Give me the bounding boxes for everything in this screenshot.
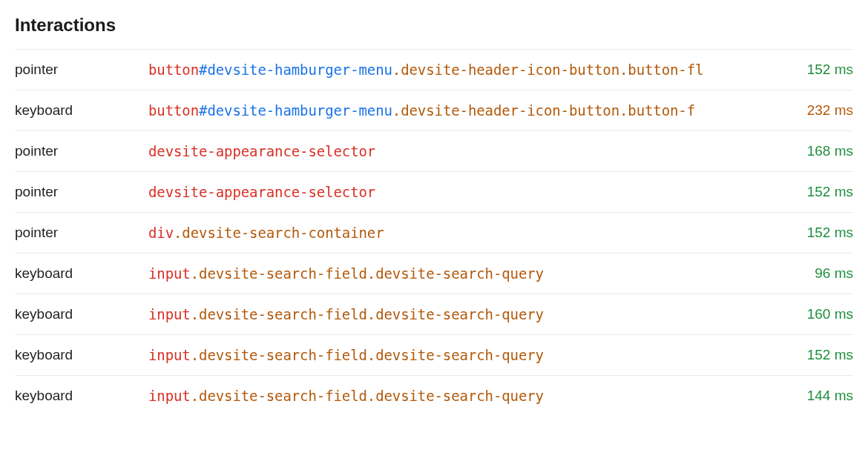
selector-tag: button (148, 102, 199, 119)
duration-unit: ms (835, 347, 853, 362)
selector-class: .devsite-search-field.devsite-search-que… (191, 265, 544, 282)
interaction-selector: input.devsite-search-field.devsite-searc… (148, 253, 749, 294)
selector-id: #devsite-hamburger-menu (199, 102, 392, 119)
interaction-duration: 144 ms (749, 376, 853, 417)
interaction-duration: 152 ms (749, 50, 853, 90)
interaction-duration: 160 ms (749, 294, 853, 335)
selector-tag: button (148, 62, 199, 78)
interaction-selector: button#devsite-hamburger-menu.devsite-he… (148, 90, 749, 131)
interaction-type: keyboard (15, 90, 148, 131)
selector-tag: devsite-appearance-selector (148, 184, 375, 200)
selector-tag: div (148, 225, 174, 241)
interaction-row[interactable]: keyboardbutton#devsite-hamburger-menu.de… (15, 90, 853, 131)
interaction-type: keyboard (15, 294, 148, 335)
duration-value: 152 (807, 184, 831, 199)
interaction-selector: devsite-appearance-selector (148, 131, 749, 172)
interaction-type: pointer (15, 50, 148, 90)
selector-tag: input (148, 347, 191, 363)
interaction-row[interactable]: keyboardinput.devsite-search-field.devsi… (15, 253, 853, 294)
duration-unit: ms (835, 306, 853, 322)
duration-value: 96 (815, 265, 830, 281)
interaction-row[interactable]: pointerdevsite-appearance-selector168 ms (15, 131, 853, 172)
duration-unit: ms (835, 102, 853, 118)
duration-unit: ms (835, 265, 853, 281)
selector-tag: input (148, 265, 191, 282)
selector-class: .devsite-search-field.devsite-search-que… (191, 388, 544, 404)
duration-value: 144 (807, 388, 831, 403)
duration-unit: ms (835, 62, 853, 77)
interaction-row[interactable]: pointerbutton#devsite-hamburger-menu.dev… (15, 50, 853, 90)
interaction-duration: 152 ms (749, 335, 853, 376)
duration-value: 168 (807, 143, 831, 159)
interaction-duration: 152 ms (749, 213, 853, 253)
interaction-row[interactable]: keyboardinput.devsite-search-field.devsi… (15, 376, 853, 417)
interaction-selector: button#devsite-hamburger-menu.devsite-he… (148, 50, 749, 90)
selector-tag: input (148, 306, 191, 322)
interaction-duration: 152 ms (749, 172, 853, 213)
interaction-type: pointer (15, 131, 148, 172)
interaction-type: keyboard (15, 335, 148, 376)
duration-value: 232 (807, 102, 831, 118)
duration-value: 152 (807, 225, 831, 240)
interaction-selector: devsite-appearance-selector (148, 172, 749, 213)
selector-class: .devsite-header-icon-button.button-fl (392, 62, 704, 78)
interaction-type: pointer (15, 213, 148, 253)
duration-unit: ms (835, 388, 853, 403)
interaction-type: pointer (15, 172, 148, 213)
interaction-row[interactable]: pointerdiv.devsite-search-container152 m… (15, 213, 853, 253)
selector-tag: input (148, 388, 191, 404)
selector-class: .devsite-search-field.devsite-search-que… (191, 306, 544, 322)
selector-id: #devsite-hamburger-menu (199, 62, 392, 78)
duration-value: 152 (807, 347, 831, 362)
interaction-selector: input.devsite-search-field.devsite-searc… (148, 376, 749, 417)
interaction-duration: 96 ms (749, 253, 853, 294)
selector-class: .devsite-search-container (174, 225, 384, 241)
interaction-row[interactable]: keyboardinput.devsite-search-field.devsi… (15, 294, 853, 335)
duration-value: 160 (807, 306, 831, 322)
interaction-duration: 232 ms (749, 90, 853, 131)
section-title: Interactions (15, 15, 853, 36)
selector-class: .devsite-header-icon-button.button-f (392, 102, 695, 119)
interaction-selector: div.devsite-search-container (148, 213, 749, 253)
duration-value: 152 (807, 62, 831, 77)
interaction-duration: 168 ms (749, 131, 853, 172)
interaction-selector: input.devsite-search-field.devsite-searc… (148, 294, 749, 335)
duration-unit: ms (835, 225, 853, 240)
interactions-table: pointerbutton#devsite-hamburger-menu.dev… (15, 49, 853, 416)
interaction-selector: input.devsite-search-field.devsite-searc… (148, 335, 749, 376)
selector-tag: devsite-appearance-selector (148, 143, 375, 159)
duration-unit: ms (835, 143, 853, 159)
selector-class: .devsite-search-field.devsite-search-que… (191, 347, 544, 363)
duration-unit: ms (835, 184, 853, 199)
interaction-row[interactable]: keyboardinput.devsite-search-field.devsi… (15, 335, 853, 376)
interaction-type: keyboard (15, 376, 148, 417)
interaction-type: keyboard (15, 253, 148, 294)
interaction-row[interactable]: pointerdevsite-appearance-selector152 ms (15, 172, 853, 213)
